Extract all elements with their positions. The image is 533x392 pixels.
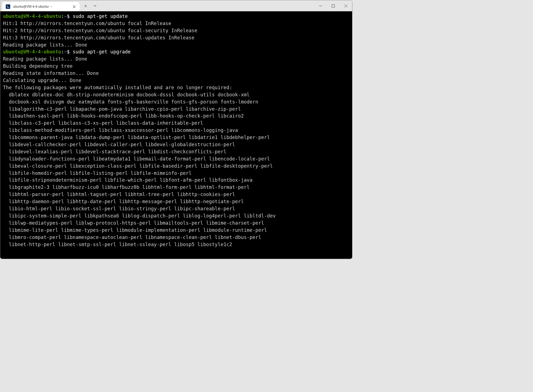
output-line: Calculating upgrade... Done: [3, 78, 81, 83]
tabs-area: ubuntu@VM-4-4-ubuntu: ~ ＋: [0, 0, 99, 11]
terminal-output[interactable]: ubuntu@VM-4-4-ubuntu:~$ sudo apt-get upd…: [0, 11, 352, 259]
command-line: sudo apt-get update: [73, 13, 128, 19]
output-line: libhtml-parser-perl libhtml-tagset-perl …: [3, 192, 235, 197]
output-line: libclass-c3-perl libclass-c3-xs-perl lib…: [3, 120, 203, 126]
output-line: libdevel-callchecker-perl libdevel-calle…: [3, 142, 235, 147]
output-line: libfile-stripnondeterminism-perl libfile…: [3, 177, 252, 183]
prompt-path: ~: [64, 49, 67, 55]
window-titlebar: ubuntu@VM-4-4-ubuntu: ~ ＋: [0, 0, 352, 11]
prompt-symbol: $: [67, 49, 70, 55]
output-line: dblatex dblatex-doc dh-strip-nondetermin…: [3, 92, 250, 97]
svg-rect-0: [332, 4, 335, 7]
new-tab-button[interactable]: ＋: [81, 1, 90, 10]
output-line: libcommons-parent-java libdata-dump-perl…: [3, 135, 270, 140]
output-line: libipc-system-simple-perl libkpathsea6 l…: [3, 213, 276, 219]
powershell-icon: [6, 4, 10, 9]
output-line: libmro-compat-perl libnamespace-autoclea…: [3, 235, 261, 240]
output-line: liblwp-mediatypes-perl liblwp-protocol-h…: [3, 220, 264, 226]
close-button[interactable]: [339, 1, 352, 10]
output-line: Reading package lists... Done: [3, 56, 87, 62]
window-controls: [314, 0, 352, 11]
output-line: libeval-closure-perl libexception-class-…: [3, 163, 273, 169]
output-line: libhttp-daemon-perl libhttp-date-perl li…: [3, 199, 244, 204]
tab-dropdown-button[interactable]: [91, 1, 99, 10]
output-line: libdynaloader-functions-perl libeatmydat…: [3, 156, 270, 162]
output-line: Building dependency tree: [3, 63, 73, 69]
minimize-button[interactable]: [314, 1, 327, 10]
output-line: Reading package lists... Done: [3, 42, 87, 48]
output-line: libio-html-perl libio-socket-ssl-perl li…: [3, 206, 235, 211]
maximize-button[interactable]: [327, 1, 339, 10]
output-line: Hit:3 http://mirrors.tencentyun.com/ubun…: [3, 35, 194, 40]
prompt-user-host: ubuntu@VM-4-4-ubuntu: [3, 13, 61, 19]
output-line: Hit:2 http://mirrors.tencentyun.com/ubun…: [3, 28, 197, 33]
output-line: Reading state information... Done: [3, 70, 99, 76]
output-line: libfile-homedir-perl libfile-listing-per…: [3, 170, 192, 176]
command-line: sudo apt-get upgrade: [73, 49, 131, 55]
output-line: libauthen-sasl-perl libb-hooks-endofscop…: [3, 113, 244, 119]
output-line: libalgorithm-c3-perl libapache-pom-java …: [3, 106, 241, 112]
output-line: libdevel-lexalias-perl libdevel-stacktra…: [3, 149, 226, 154]
tab-close-button[interactable]: [72, 4, 76, 9]
prompt-user-host: ubuntu@VM-4-4-ubuntu: [3, 49, 61, 55]
prompt-path: ~: [64, 13, 67, 19]
prompt-symbol: $: [67, 13, 70, 19]
tab-title: ubuntu@VM-4-4-ubuntu: ~: [13, 5, 69, 9]
output-line: libmime-lite-perl libmime-types-perl lib…: [3, 227, 267, 233]
output-line: libgraphite2-3 libharfbuzz-icu0 libharfb…: [3, 184, 250, 190]
output-line: Hit:1 http://mirrors.tencentyun.com/ubun…: [3, 21, 171, 26]
tab-active[interactable]: ubuntu@VM-4-4-ubuntu: ~: [2, 2, 80, 11]
output-line: docbook-xsl dvisvgm dwz eatmydata fonts-…: [3, 99, 258, 105]
output-line: libclass-method-modifiers-perl libclass-…: [3, 127, 238, 133]
output-line: libnet-http-perl libnet-smtp-ssl-perl li…: [3, 242, 232, 247]
output-line: The following packages were automaticall…: [3, 85, 232, 90]
